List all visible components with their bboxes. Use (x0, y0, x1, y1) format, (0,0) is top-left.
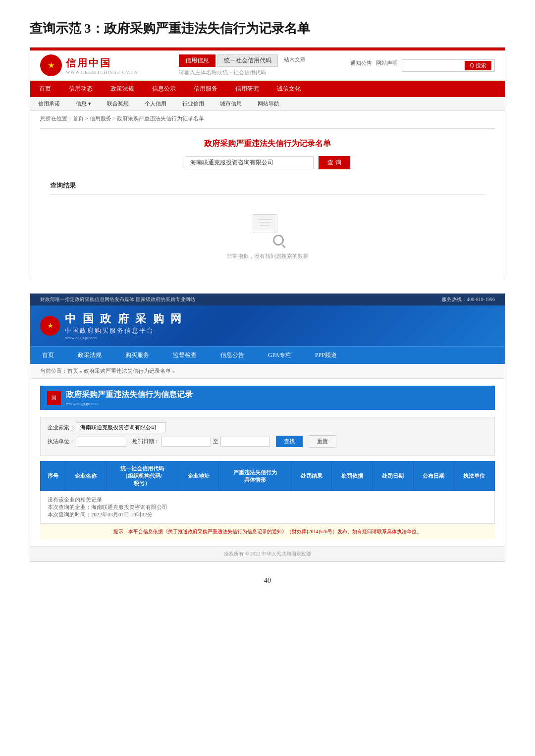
sc2-th-code: 统一社会信用代码（组织机构代码/税号） (106, 461, 178, 491)
sc2-date-to[interactable] (220, 437, 270, 447)
sc2-tip: 提示：本平台信息依据《关于推送政府采购严重违法失信行为信息记录的通知》（财办库[… (40, 524, 495, 539)
sc2-content-subtitle: www.ccgp.gov.cn (66, 401, 193, 406)
sc2-nav-ppp[interactable]: PPP频道 (303, 347, 349, 364)
sc2-reset-button[interactable]: 重置 (309, 435, 336, 448)
sc1-result-area: 查询结果 非常抱歉，没有找到您搜索的数据 (40, 177, 495, 260)
sc1-nav1: 首页 信用动态 政策法规 信息公示 信用服务 信用研究 诚信文化 (30, 81, 505, 97)
sc1-nav2-joint[interactable]: 联合奖惩 (99, 97, 137, 110)
page-title: 查询示范 3：政府采购严重违法失信行为记录名单 (30, 20, 505, 37)
sc1-nav2-city[interactable]: 城市信用 (212, 97, 250, 110)
sc2-search-row1: 企业索索： (48, 422, 487, 432)
sc2-th-no: 序号 (41, 461, 65, 491)
sc1-logo-text: 信用中国 WWW.CREDITCHINA.GOV.CN (66, 56, 138, 75)
sc1-nav2-promise[interactable]: 信用承诺 (30, 97, 68, 110)
sc2-breadcrumb: 当前位置：首页 » 政府采购严重违法失信行为记录名单 » (30, 364, 505, 379)
sc2-nav-inspect[interactable]: 监督检查 (161, 347, 209, 364)
sc1-search-box: Q 搜索 (402, 59, 495, 72)
sc1-nav2: 信用承诺 信息 ▾ 联合奖惩 个人信用 行业信用 城市信用 网站导航 (30, 97, 505, 111)
sc1-content-title: 政府采购严重违法失信行为记录名单 (40, 139, 495, 149)
sc2-date-sep: 至 (213, 438, 218, 445)
sc2-th-basis: 处罚依据 (332, 461, 373, 491)
sc2-company-label: 企业索索： (48, 424, 75, 431)
sc1-header-right: 通知公告 网站声明 Q 搜索 (350, 59, 495, 72)
sc2-header: ★ 中 国 政 府 采 购 网 中国政府购买服务信息平台 www.ccgp.go… (30, 305, 505, 346)
sc1-nav1-service[interactable]: 信用服务 (185, 81, 226, 97)
sc2-date-field: 处罚日期： 至 (132, 437, 270, 447)
sc1-nav2-sitemap[interactable]: 网站导航 (250, 97, 287, 110)
sc2-law-field: 执法单位： (48, 437, 126, 447)
sc2-content-icon: 国 (47, 391, 61, 405)
sc2-nav-policy[interactable]: 政采法规 (66, 347, 113, 364)
sc1-nav1-culture[interactable]: 诚信文化 (268, 81, 310, 97)
screenshot2-container: 财政部唯一指定政府采购信息网络发布媒体 国家级政府的采购专业网站 服务热线：40… (30, 293, 505, 562)
sc1-search-row: 请输入主体名称或统一社会信用代码 (179, 69, 266, 76)
sc2-search-panel: 企业索索： 执法单位： 处罚日期： 至 查找 (40, 417, 495, 456)
sc2-nav: 首页 政采法规 购买服务 监督检查 信息公告 GPA专栏 PPP频道 (30, 346, 505, 364)
sc1-tab-xingyong[interactable]: 信用信息 (179, 54, 215, 67)
sc2-logo-text: 中 国 政 府 采 购 网 中国政府购买服务信息平台 www.ccgp.gov.… (65, 311, 183, 340)
sc1-notice-link[interactable]: 通知公告 (350, 59, 372, 72)
sc1-tab-code[interactable]: 统一社会信用代码 (217, 54, 278, 67)
sc2-empty-line2: 本次查询的企业：海南联通克服投资咨询有限公司 (48, 504, 487, 511)
sc1-nav1-home[interactable]: 首页 (30, 81, 60, 97)
sc1-logo-cn: 信用中国 (66, 56, 138, 70)
sc1-nav1-policy[interactable]: 政策法规 (102, 81, 143, 97)
sc2-nav-notice[interactable]: 信息公告 (209, 347, 256, 364)
sc1-nav2-industry[interactable]: 行业信用 (174, 97, 212, 110)
sc1-content: 政府采购严重违法失信行为记录名单 查 询 查询结果 非常抱歉，没 (30, 131, 505, 278)
sc2-search-button[interactable]: 查找 (276, 436, 303, 447)
sc2-law-label: 执法单位： (48, 438, 75, 445)
sc1-doc-icon (253, 214, 277, 233)
sc1-header: ★ 信用中国 WWW.CREDITCHINA.GOV.CN 信用信息 统一社会信… (30, 50, 505, 81)
sc1-result-title: 查询结果 (50, 177, 485, 195)
sc2-nav-home[interactable]: 首页 (30, 347, 66, 364)
sc1-logo-en: WWW.CREDITCHINA.GOV.CN (66, 70, 138, 75)
sc1-empty-text: 非常抱歉，没有找到您搜索的数据 (50, 252, 485, 260)
sc2-results-table: 序号 企业名称 统一社会信用代码（组织机构代码/税号） 企业地址 严重违法失信行… (40, 461, 495, 524)
sc1-breadcrumb: 您所在位置：首页 > 信用服务 > 政府采购严重违法失信行为记录名单 (30, 111, 505, 126)
sc2-logo-icon: ★ (40, 316, 60, 336)
sc1-logo-area: ★ 信用中国 WWW.CREDITCHINA.GOV.CN (40, 54, 138, 76)
sc1-nav1-info[interactable]: 信息公示 (143, 81, 185, 97)
sc1-nav2-info[interactable]: 信息 ▾ (68, 97, 99, 110)
sc1-search-input[interactable] (405, 62, 465, 68)
sc1-nav1-research[interactable]: 信用研究 (226, 81, 268, 97)
sc2-logo-en: www.ccgp.gov.cn (65, 335, 183, 340)
sc1-extra-link[interactable]: 站内文章 (280, 54, 310, 67)
page-number: 40 (30, 577, 505, 585)
sc2-empty-row: 没有该企业的相关记录 本次查询的企业：海南联通克服投资咨询有限公司 本次查询的时… (41, 491, 495, 524)
sc2-th-lawunit: 执法单位 (454, 461, 494, 491)
sc2-th-violation: 严重违法失信行为具体情形 (219, 461, 291, 491)
sc1-search-desc: 请输入主体名称或统一社会信用代码 (179, 69, 266, 76)
sc2-th-date: 处罚日期 (373, 461, 413, 491)
sc1-query-button[interactable]: 查 询 (319, 156, 350, 169)
sc2-content: 国 政府采购严重违法失信行为信息记录 www.ccgp.gov.cn 企业索索：… (30, 379, 505, 546)
sc2-content-header: 国 政府采购严重违法失信行为信息记录 www.ccgp.gov.cn (40, 386, 495, 410)
sc2-nav-gpa[interactable]: GPA专栏 (256, 347, 303, 364)
sc2-company-input[interactable] (77, 422, 166, 432)
sc1-header-center: 信用信息 统一社会信用代码 站内文章 请输入主体名称或统一社会信用代码 (179, 54, 310, 76)
sc2-hotline: 服务热线：400-810-1996 (442, 296, 495, 303)
sc2-content-title-area: 政府采购严重违法失信行为信息记录 www.ccgp.gov.cn (66, 390, 193, 406)
sc2-content-title: 政府采购严重违法失信行为信息记录 (66, 390, 193, 400)
sc1-query-input[interactable] (185, 156, 314, 169)
sc1-nav1-news[interactable]: 信用动态 (60, 81, 102, 97)
sc2-header-left: ★ 中 国 政 府 采 购 网 中国政府购买服务信息平台 www.ccgp.go… (40, 311, 183, 340)
sc1-search-circle (273, 235, 284, 246)
sc2-th-pubdate: 公布日期 (413, 461, 454, 491)
sc2-law-input[interactable] (77, 437, 126, 447)
sc2-table-header-row: 序号 企业名称 统一社会信用代码（组织机构代码/税号） 企业地址 严重违法失信行… (41, 461, 495, 491)
sc1-nav2-personal[interactable]: 个人信用 (137, 97, 174, 110)
sc2-th-address: 企业地址 (178, 461, 219, 491)
sc2-th-company: 企业名称 (65, 461, 106, 491)
sc1-statement-link[interactable]: 网站声明 (376, 59, 398, 72)
sc2-empty-line3: 本次查询的时间：2022年03月07日 10时32分 (48, 511, 487, 518)
sc2-date-label: 处罚日期： (132, 438, 160, 445)
sc2-company-field: 企业索索： (48, 422, 166, 432)
sc1-tabs: 信用信息 统一社会信用代码 站内文章 (179, 54, 310, 67)
sc2-nav-service[interactable]: 购买服务 (113, 347, 161, 364)
screenshot1-container: ★ 信用中国 WWW.CREDITCHINA.GOV.CN 信用信息 统一社会信… (30, 47, 505, 278)
sc1-search-button[interactable]: Q 搜索 (465, 61, 491, 70)
sc1-empty-visual (250, 214, 285, 247)
sc2-date-from[interactable] (161, 437, 211, 447)
